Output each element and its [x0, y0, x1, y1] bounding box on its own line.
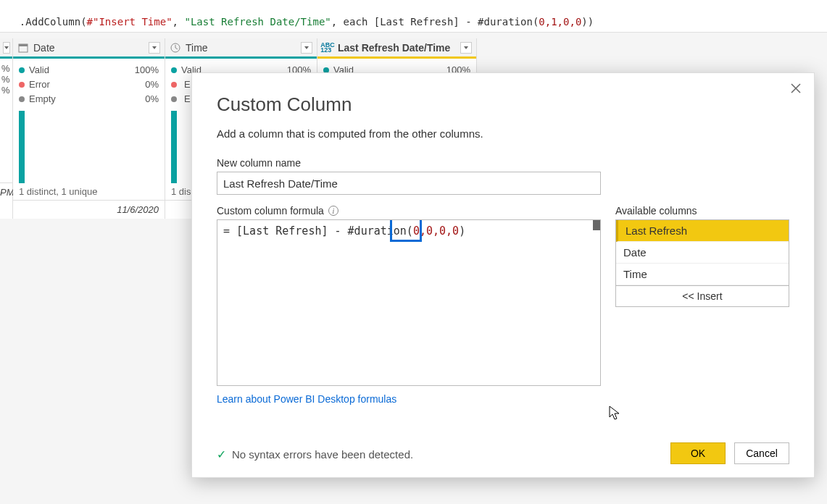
- syntax-status: ✓ No syntax errors have been detected.: [217, 448, 413, 461]
- formula-arg1: #"Insert Time": [87, 16, 173, 28]
- empty-dot: [19, 96, 25, 102]
- dialog-title: Custom Column: [217, 93, 789, 116]
- column-label: Time: [186, 42, 296, 54]
- data-cell[interactable]: 11/6/2020: [13, 200, 165, 219]
- filter-dropdown[interactable]: [301, 42, 312, 54]
- status-text: No syntax errors have been detected.: [232, 448, 413, 461]
- close-icon[interactable]: [791, 83, 802, 95]
- stat-partial: E: [181, 92, 191, 106]
- filter-dropdown[interactable]: [460, 42, 472, 54]
- ok-button[interactable]: OK: [670, 442, 726, 464]
- filter-dropdown[interactable]: [149, 42, 160, 54]
- column-stats: Valid100% Error0% Empty0% 1 distinct, 1 …: [13, 59, 165, 200]
- dropdown-icon[interactable]: [3, 42, 10, 54]
- name-label: New column name: [217, 157, 789, 169]
- stat-valid-pct: 100%: [135, 63, 159, 77]
- info-icon[interactable]: i: [328, 206, 338, 216]
- available-column-item[interactable]: Date: [616, 242, 789, 264]
- calendar-icon: [17, 42, 29, 54]
- error-dot: [171, 82, 177, 88]
- distinct-label: 1 distinct, 1 unique: [19, 186, 159, 200]
- formula-each: , each [Last Refresh] - #duration(: [331, 16, 539, 28]
- stub-pct: %: [1, 85, 11, 96]
- error-dot: [19, 82, 25, 88]
- dialog-subtitle: Add a column that is computed from the o…: [217, 127, 789, 140]
- svg-rect-1: [19, 44, 28, 46]
- formula-suffix: )): [581, 16, 594, 28]
- stat-error-label: Error: [29, 77, 141, 92]
- abc123-icon: ABC123: [322, 42, 333, 54]
- column-label: Last Refresh Date/Time: [338, 42, 456, 54]
- scrollbar-thumb[interactable]: [593, 220, 600, 230]
- available-columns-label: Available columns: [615, 205, 789, 217]
- stat-empty-pct: 0%: [145, 92, 159, 106]
- available-column-item[interactable]: Time: [616, 264, 789, 285]
- stat-error-pct: 0%: [145, 77, 159, 92]
- stat-valid-label: Valid: [29, 63, 130, 77]
- distribution-bar: [171, 111, 177, 183]
- valid-dot: [171, 67, 177, 73]
- learn-link[interactable]: Learn about Power BI Desktop formulas: [217, 393, 396, 405]
- cancel-button[interactable]: Cancel: [734, 442, 789, 464]
- column-header-time[interactable]: Time: [165, 38, 317, 59]
- stub-pct: %: [1, 63, 11, 74]
- formula-bar[interactable]: .AddColumn(#"Insert Time", "Last Refresh…: [0, 0, 827, 33]
- valid-dot: [19, 67, 25, 73]
- formula-prefix: .AddColumn(: [20, 16, 87, 28]
- stat-empty-label: Empty: [29, 92, 141, 106]
- available-columns-list: Last Refresh Date Time: [615, 219, 789, 286]
- custom-column-dialog: Custom Column Add a column that is compu…: [191, 72, 815, 478]
- column-name-input[interactable]: [217, 172, 601, 195]
- stat-partial: E: [181, 77, 191, 92]
- formula-text-prefix: = [Last Refresh] - #duration(: [223, 224, 413, 238]
- check-icon: ✓: [217, 448, 226, 461]
- empty-dot: [171, 96, 177, 102]
- insert-button[interactable]: << Insert: [615, 286, 789, 307]
- stub-row-value: PM: [0, 182, 12, 201]
- formula-arg2: "Last Refresh Date/Time": [184, 16, 331, 28]
- column-label: Date: [33, 42, 144, 54]
- distribution-bar: [19, 111, 25, 183]
- formula-editor[interactable]: = [Last Refresh] - #duration(0,0,0,0): [217, 219, 601, 386]
- clock-icon: [170, 42, 181, 54]
- column-date: Date Valid100% Error0% Empty0% 1 distinc…: [13, 38, 165, 219]
- formula-nums: 0,1,0,0: [539, 16, 581, 28]
- formula-text-nums: 0,0,0,0: [413, 224, 459, 238]
- stub-pct: %: [1, 74, 11, 85]
- formula-label: Custom column formula i: [217, 205, 601, 217]
- column-header-last-refresh[interactable]: ABC123 Last Refresh Date/Time: [317, 38, 476, 59]
- column-header-date[interactable]: Date: [13, 38, 165, 59]
- formula-text-suffix: ): [459, 224, 465, 238]
- available-column-item[interactable]: Last Refresh: [616, 220, 789, 242]
